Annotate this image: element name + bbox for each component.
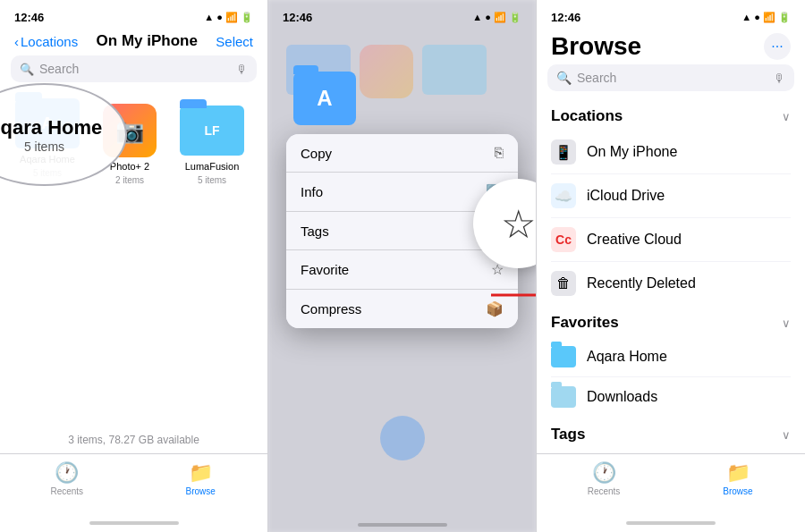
search-icon-1: 🔍 (20, 63, 34, 76)
red-arrow (491, 284, 537, 306)
phone-2: 12:46 ▲ ● 📶 🔋 A Copy ⎘ Info ℹ️ Tags 🏷 (268, 0, 537, 532)
nav-title-1: On My iPhone (97, 32, 198, 50)
photo-app-icon: 📷 (103, 104, 157, 157)
browse-more-button[interactable]: ··· (764, 33, 791, 60)
icloud-icon: ☁️ (551, 183, 576, 208)
downloads-folder-icon (551, 386, 576, 408)
cc-label: Creative Cloud (587, 232, 682, 248)
tab-recents-1[interactable]: 🕐 Recents (0, 461, 134, 496)
favorites-title: Favorites (551, 314, 619, 332)
recents-label-browse: Recents (588, 486, 621, 496)
tags-title: Tags (551, 426, 585, 443)
search-wrap-1: 🔍 Search 🎙 (0, 55, 267, 89)
favorites-chevron-icon[interactable]: ∨ (782, 317, 791, 330)
tab-bar-1: 🕐 Recents 📁 Browse (0, 453, 267, 514)
context-folder-row: A (286, 72, 518, 129)
context-folder-icon: A (293, 72, 356, 125)
favorite-item-downloads[interactable]: Downloads (551, 377, 791, 417)
locations-title: Locations (551, 107, 623, 125)
status-bar-2: 12:46 ▲ ● 📶 🔋 (268, 0, 536, 29)
locations-section-header: Locations ∨ (551, 98, 791, 131)
compress-label: Compress (301, 301, 361, 317)
cc-icon: Cc (551, 227, 576, 252)
browse-mic-icon: 🎙 (774, 72, 785, 85)
favorite-label: Favorite (301, 262, 349, 277)
file-item-photo[interactable]: 📷 Photo+ 2 2 items (93, 104, 166, 419)
location-item-cc[interactable]: Cc Creative Cloud (551, 218, 791, 262)
context-item-copy[interactable]: Copy ⎘ (286, 134, 518, 173)
favorites-list: Aqara Home Downloads (551, 337, 791, 417)
home-indicator-browse (537, 514, 805, 532)
tags-label: Tags (301, 224, 329, 239)
browse-search-bar[interactable]: 🔍 Search 🎙 (547, 64, 794, 91)
context-item-compress[interactable]: Compress 📦 (286, 290, 518, 328)
copy-icon: ⎘ (495, 145, 504, 161)
browse-title: Browse (551, 32, 641, 61)
location-item-trash[interactable]: 🗑 Recently Deleted (551, 262, 791, 305)
nav-back-label: Locations (21, 34, 78, 49)
location-item-icloud[interactable]: ☁️ iCloud Drive (551, 174, 791, 218)
browse-content: Locations ∨ 📱 On My iPhone ☁️ iCloud Dri… (537, 98, 805, 453)
file-item-luma[interactable]: LF LumaFusion 5 items (175, 104, 249, 419)
tab-browse-browse[interactable]: 📁 Browse (671, 461, 805, 496)
trash-icon: 🗑 (551, 271, 576, 296)
favorites-section-header: Favorites ∨ (551, 305, 791, 337)
photo-file-name: Photo+ 2 (110, 161, 149, 172)
info-label: Info (301, 184, 323, 199)
chevron-left-icon: ‹ (14, 34, 19, 49)
ellipsis-icon: ··· (771, 38, 783, 55)
aqara-folder-icon-browse (551, 346, 576, 367)
icloud-icon-symbol: ☁️ (555, 188, 572, 205)
context-item-favorite[interactable]: Favorite ☆ (286, 250, 518, 290)
search-bar-1[interactable]: 🔍 Search 🎙 (11, 55, 257, 82)
browse-search-icon: 🔍 (556, 71, 572, 85)
status-time-2: 12:46 (283, 11, 312, 24)
aqara-fav-label: Aqara Home (587, 349, 667, 365)
aqara-folder-icon: A (15, 97, 80, 150)
photo-file-count: 2 items (115, 175, 144, 185)
storage-status: 3 items, 78.27 GB available (0, 426, 267, 453)
icloud-label: iCloud Drive (587, 188, 665, 204)
browse-search-wrap: 🔍 Search 🎙 (537, 64, 805, 98)
browse-label-browse: Browse (723, 486, 752, 496)
tab-recents-browse[interactable]: 🕐 Recents (537, 461, 671, 496)
locations-list: 📱 On My iPhone ☁️ iCloud Drive Cc Creati… (551, 131, 791, 305)
tags-chevron-icon[interactable]: ∨ (782, 428, 791, 442)
favorite-item-aqara[interactable]: Aqara Home (551, 337, 791, 377)
luma-file-name: LumaFusion (185, 161, 240, 172)
status-bar-1: 12:46 ▲ ● 📶 🔋 (0, 0, 267, 29)
browse-label-1: Browse (186, 486, 216, 496)
locations-chevron-icon[interactable]: ∨ (782, 110, 791, 123)
aqara-file-name: Aqara Home (20, 154, 75, 165)
status-icons-1: ▲ ● 📶 🔋 (204, 12, 253, 23)
status-time-browse: 12:46 (551, 11, 580, 24)
file-item-aqara[interactable]: A Aqara Home 5 items Aqara Home 5 items (11, 97, 84, 419)
iphone-label: On My iPhone (587, 144, 677, 160)
file-grid: A Aqara Home 5 items Aqara Home 5 items … (0, 89, 267, 426)
cc-icon-symbol: Cc (555, 232, 572, 247)
mic-icon-1: 🎙 (236, 63, 248, 76)
select-button[interactable]: Select (216, 34, 253, 49)
downloads-fav-label: Downloads (587, 389, 657, 405)
luma-folder-icon: LF (180, 104, 244, 157)
status-time-1: 12:46 (14, 11, 44, 24)
browse-icon-browse: 📁 (726, 461, 750, 485)
tags-section-header: Tags ∨ (551, 417, 791, 449)
aqara-file-count: 5 items (33, 168, 62, 178)
tab-bar-browse: 🕐 Recents 📁 Browse (537, 453, 805, 514)
copy-label: Copy (301, 146, 332, 161)
bottom-circle-1 (380, 416, 425, 460)
browse-panel: 12:46 ▲ ● 📶 🔋 Browse ··· 🔍 Search 🎙 Loca… (537, 0, 805, 532)
browse-search-placeholder: Search (577, 71, 616, 85)
tab-browse-1[interactable]: 📁 Browse (134, 461, 268, 496)
nav-back-button[interactable]: ‹ Locations (14, 34, 78, 49)
luma-file-count: 5 items (198, 175, 226, 185)
star-icon: ☆ (501, 201, 536, 247)
browse-top-bar: Browse ··· (537, 29, 805, 64)
location-item-iphone[interactable]: 📱 On My iPhone (551, 131, 791, 174)
phone-1: 12:46 ▲ ● 📶 🔋 ‹ Locations On My iPhone S… (0, 0, 268, 532)
photo-icon-symbol: 📷 (115, 117, 144, 145)
status-icons-2: ▲ ● 📶 🔋 (472, 12, 521, 23)
home-indicator-1 (0, 514, 267, 532)
aqara-logo: A (42, 114, 54, 133)
